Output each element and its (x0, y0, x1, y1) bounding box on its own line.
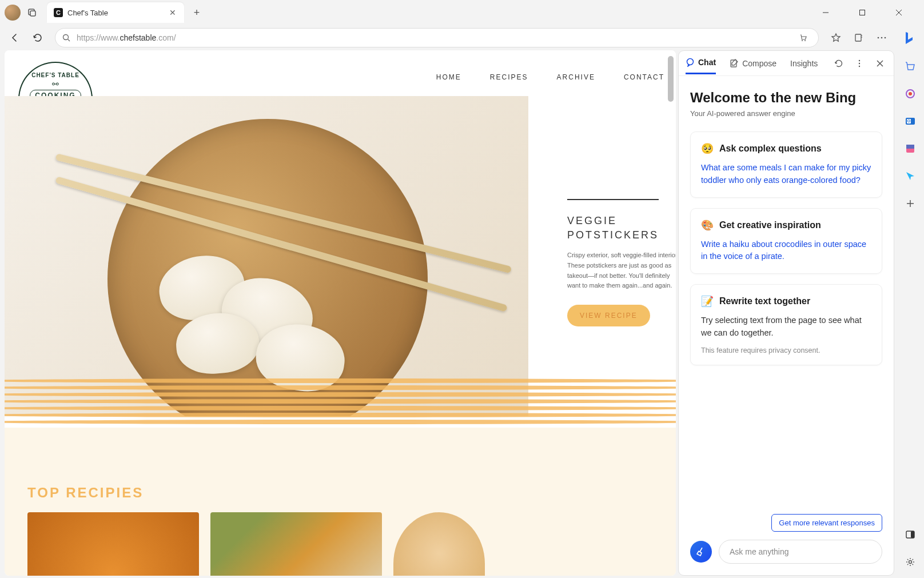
shopping-icon[interactable] (795, 30, 811, 46)
svg-line-7 (68, 39, 70, 41)
bing-welcome-title: Welcome to the new Bing (690, 90, 882, 106)
chat-input[interactable] (719, 540, 882, 564)
bing-sidebar-header: Chat Compose Insights (679, 51, 894, 76)
bing-suggestion-card: 🎨 Get creative inspiration Write a haiku… (690, 208, 882, 274)
new-tab-button[interactable]: + (189, 5, 205, 21)
nav-contact[interactable]: CONTACT (624, 73, 664, 81)
svg-rect-3 (860, 10, 865, 15)
bing-suggestion-link[interactable]: What are some meals I can make for my pi… (701, 162, 871, 187)
view-recipe-button[interactable]: VIEW RECIPE (567, 305, 650, 326)
chat-icon (686, 58, 695, 67)
svg-point-24 (909, 92, 912, 95)
broom-icon (696, 547, 706, 557)
bing-card-footnote: This feature requires privacy consent. (701, 346, 871, 354)
bing-suggestion-card: 📝 Rewrite text together Try selecting te… (690, 284, 882, 365)
edge-games-icon[interactable] (901, 139, 919, 158)
titlebar: C Chef's Table ✕ + (0, 0, 924, 25)
svg-rect-10 (855, 34, 861, 41)
tab-title: Chef's Table (67, 9, 168, 17)
emoji-icon: 🎨 (701, 219, 714, 232)
logo-spoons-icon: ⚯ (52, 79, 59, 89)
bing-suggestion-link[interactable]: Write a haiku about crocodiles in outer … (701, 238, 871, 264)
bing-tab-compose[interactable]: Compose (730, 53, 776, 74)
search-icon (62, 34, 71, 42)
bing-tab-compose-label: Compose (742, 59, 776, 68)
svg-point-19 (859, 62, 860, 63)
svg-rect-1 (30, 11, 35, 16)
bing-card-title-text: Get creative inspiration (719, 220, 821, 230)
edge-office-icon[interactable] (901, 85, 919, 103)
nav-archive[interactable]: ARCHIVE (557, 73, 595, 81)
emoji-icon: 📝 (701, 295, 714, 308)
svg-point-18 (859, 59, 860, 61)
close-window-button[interactable] (887, 3, 910, 22)
window-controls (814, 3, 919, 22)
svg-rect-33 (911, 531, 914, 538)
get-relevant-responses-button[interactable]: Get more relevant responses (771, 514, 882, 532)
bing-close-button[interactable] (873, 57, 887, 70)
bing-tab-insights-label: Insights (790, 59, 818, 68)
svg-point-20 (859, 65, 860, 66)
svg-point-14 (881, 37, 883, 39)
logo-line1: CHEF'S TABLE (31, 72, 79, 78)
recipe-title: VEGGIE POTSTICKERS (567, 214, 676, 242)
bing-refresh-button[interactable] (832, 57, 846, 70)
svg-point-13 (878, 37, 879, 39)
tab-close-button[interactable]: ✕ (168, 8, 177, 17)
edge-split-icon[interactable] (901, 525, 919, 544)
bing-logo-icon (901, 30, 917, 46)
new-topic-button[interactable] (690, 541, 712, 563)
tab-favicon: C (54, 8, 63, 17)
bing-suggestion-card: 🥺 Ask complex questions What are some me… (690, 131, 882, 198)
edge-drop-icon[interactable] (901, 167, 919, 185)
maximize-button[interactable] (851, 3, 874, 22)
svg-point-9 (804, 40, 806, 41)
recipe-card[interactable] (210, 512, 382, 576)
bing-welcome-subtitle: Your AI-powered answer engine (690, 109, 882, 118)
toolbar: https://www.chefstable.com/ (0, 25, 924, 50)
svg-text:O: O (907, 119, 911, 123)
edge-add-icon[interactable] (901, 194, 919, 213)
favorites-button[interactable] (826, 27, 846, 48)
svg-rect-29 (906, 145, 914, 149)
edge-sidebar: O (897, 50, 924, 578)
hero-image (5, 96, 528, 416)
bing-more-button[interactable] (853, 57, 866, 70)
collections-button[interactable] (849, 27, 869, 48)
address-bar[interactable]: https://www.chefstable.com/ (55, 28, 819, 47)
minimize-button[interactable] (814, 3, 837, 22)
svg-point-15 (885, 37, 886, 39)
edge-settings-icon[interactable] (901, 553, 919, 571)
page-content: CHEF'S TABLE ⚯ COOKING HOME RECIPES ARCH… (5, 50, 676, 576)
bing-tab-insights[interactable]: Insights (790, 53, 818, 74)
svg-point-34 (909, 561, 912, 564)
edge-shopping-icon[interactable] (901, 57, 919, 75)
bing-button[interactable] (899, 27, 919, 48)
nav-recipes[interactable]: RECIPES (490, 73, 528, 81)
bing-card-text: Try selecting text from the page to see … (701, 314, 871, 340)
url-text: https://www.chefstable.com/ (77, 33, 795, 42)
browser-tab[interactable]: C Chef's Table ✕ (47, 2, 184, 23)
compose-icon (730, 59, 739, 68)
bing-card-title-text: Rewrite text together (719, 296, 810, 306)
bing-tab-chat[interactable]: Chat (686, 52, 716, 74)
recipe-card[interactable] (27, 512, 199, 576)
back-button[interactable] (5, 27, 25, 48)
settings-menu-button[interactable] (871, 27, 892, 48)
bing-card-title-text: Ask complex questions (719, 143, 822, 154)
hero-divider (567, 199, 659, 200)
nav-home[interactable]: HOME (436, 73, 461, 81)
emoji-icon: 🥺 (701, 142, 714, 155)
scrollbar[interactable] (668, 50, 675, 576)
tab-actions-button[interactable] (24, 5, 40, 21)
recipe-grid (27, 512, 653, 576)
recipe-description: Crispy exterior, soft veggie-filled inte… (567, 250, 676, 290)
section-title: TOP RECIPIES (27, 485, 653, 501)
bing-tab-chat-label: Chat (698, 58, 716, 67)
recipe-card[interactable] (393, 512, 485, 576)
edge-outlook-icon[interactable]: O (901, 112, 919, 130)
refresh-button[interactable] (27, 27, 48, 48)
wave-decoration (5, 376, 676, 445)
svg-point-8 (802, 40, 803, 41)
profile-avatar[interactable] (5, 5, 21, 21)
